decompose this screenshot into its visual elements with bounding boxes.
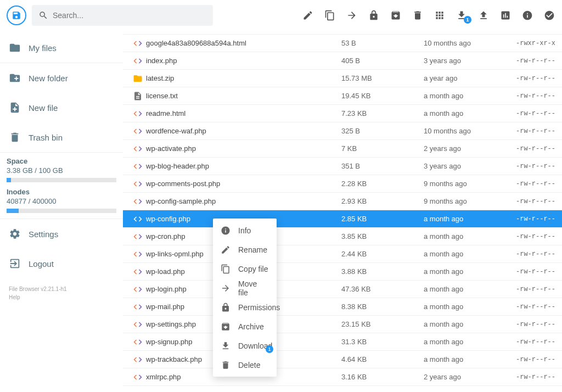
- file-size: 53 B: [341, 39, 424, 47]
- context-menu-lock[interactable]: Permissions: [213, 298, 277, 317]
- context-menu-info[interactable]: Info: [213, 221, 277, 240]
- sidebar-item-my-files[interactable]: My files: [0, 33, 123, 63]
- space-label: Space: [0, 157, 123, 165]
- file-row[interactable]: wp-trackback.php 4.64 KB a month ago -rw…: [123, 351, 562, 368]
- info-button[interactable]: [521, 9, 533, 21]
- move-button[interactable]: [346, 9, 358, 21]
- context-menu-label: Delete: [238, 361, 260, 369]
- stats-button[interactable]: [499, 9, 512, 21]
- text-file-icon: [133, 91, 143, 101]
- sidebar-label: New file: [29, 103, 58, 113]
- rename-button[interactable]: [302, 9, 314, 21]
- context-menu-move[interactable]: Move file: [213, 278, 277, 298]
- sidebar-item-logout[interactable]: Logout: [0, 249, 123, 278]
- view-grid-button[interactable]: [434, 9, 446, 21]
- file-size: 351 B: [341, 162, 424, 170]
- file-row[interactable]: wp-mail.php 8.38 KB a month ago -rw-r--r…: [123, 298, 562, 316]
- code-icon: [133, 179, 143, 189]
- file-row[interactable]: wp-load.php 3.88 KB a month ago -rw-r--r…: [123, 263, 562, 281]
- file-row[interactable]: wp-comments-post.php 2.28 KB 9 months ag…: [123, 175, 562, 193]
- help-link[interactable]: Help: [9, 293, 114, 301]
- file-size: 2.28 KB: [341, 180, 424, 188]
- file-perm: -rw-r--r--: [503, 57, 555, 65]
- file-perm: -rw-r--r--: [503, 373, 555, 381]
- file-row[interactable]: latest.zip 15.73 MB a year ago -rw-r--r-…: [123, 70, 562, 87]
- lock-icon: [368, 10, 379, 21]
- code-icon: [133, 144, 143, 154]
- file-size: 7 KB: [341, 144, 424, 153]
- file-size: 405 B: [341, 57, 424, 65]
- file-row[interactable]: wp-blog-header.php 351 B 3 years ago -rw…: [123, 158, 562, 175]
- code-icon: [133, 302, 143, 312]
- sidebar-label: Logout: [29, 259, 54, 268]
- file-size: 3.85 KB: [341, 232, 424, 240]
- file-size: 325 B: [341, 127, 424, 135]
- code-icon: [133, 56, 143, 66]
- permissions-button[interactable]: [368, 9, 380, 21]
- sidebar-item-new-folder[interactable]: New folder: [0, 63, 123, 93]
- file-date: 10 months ago: [424, 39, 503, 47]
- context-menu-delete[interactable]: Delete: [213, 355, 277, 374]
- sidebar-item-settings[interactable]: Settings: [0, 219, 123, 249]
- search-box[interactable]: [32, 5, 213, 26]
- code-icon: [133, 320, 143, 329]
- info-icon: [221, 226, 231, 236]
- inodes-progress: [7, 209, 116, 213]
- context-menu-rename[interactable]: Rename: [213, 240, 277, 259]
- inodes-label: Inodes: [0, 188, 123, 196]
- archive-icon: [390, 10, 401, 21]
- context-menu: InfoRenameCopy fileMove filePermissionsA…: [213, 219, 277, 377]
- download-button[interactable]: 1: [456, 9, 468, 21]
- copy-button[interactable]: [324, 9, 336, 21]
- file-row[interactable]: wp-signup.php 31.3 KB a month ago -rw-r-…: [123, 333, 562, 351]
- upload-button[interactable]: [477, 9, 490, 21]
- file-row[interactable]: wp-links-opml.php 2.44 KB a month ago -r…: [123, 245, 562, 263]
- context-menu-archive[interactable]: Archive: [213, 317, 277, 336]
- inodes-progress-fill: [7, 209, 19, 213]
- code-icon: [133, 109, 143, 119]
- search-input[interactable]: [53, 11, 206, 20]
- select-button[interactable]: [543, 9, 555, 21]
- file-name: wp-config-sample.php: [146, 197, 341, 205]
- file-row[interactable]: xmlrpc.php 3.16 KB 2 years ago -rw-r--r-…: [123, 368, 562, 386]
- save-icon: [12, 10, 21, 20]
- file-perm: -rw-r--r--: [503, 356, 555, 363]
- context-menu-label: Permissions: [238, 303, 280, 312]
- sidebar-item-trash-bin[interactable]: Trash bin: [0, 122, 123, 152]
- context-menu-label: Copy file: [238, 265, 268, 273]
- archive-button[interactable]: [390, 9, 402, 21]
- code-icon: [133, 355, 143, 365]
- sidebar-item-new-file[interactable]: New file: [0, 93, 123, 122]
- file-size: 2.93 KB: [341, 197, 424, 205]
- file-row[interactable]: wp-settings.php 23.15 KB a month ago -rw…: [123, 316, 562, 333]
- file-row[interactable]: wordfence-waf.php 325 B 10 months ago -r…: [123, 122, 562, 140]
- file-row[interactable]: readme.html 7.23 KB a month ago -rw-r--r…: [123, 105, 562, 122]
- file-row[interactable]: wp-cron.php 3.85 KB a month ago -rw-r--r…: [123, 228, 562, 245]
- partial-row: [123, 31, 562, 35]
- file-date: a month ago: [424, 355, 503, 363]
- context-menu-download[interactable]: Download1: [213, 336, 277, 355]
- app-logo[interactable]: [7, 5, 26, 25]
- new-folder-icon: [9, 72, 21, 84]
- file-perm: -rw-r--r--: [503, 110, 555, 117]
- file-perm: -rw-r--r--: [503, 338, 555, 346]
- file-row[interactable]: wp-activate.php 7 KB 2 years ago -rw-r--…: [123, 140, 562, 158]
- file-row[interactable]: license.txt 19.45 KB a month ago -rw-r--…: [123, 87, 562, 105]
- context-menu-label: Move file: [238, 279, 269, 297]
- file-row[interactable]: index.php 405 B 3 years ago -rw-r--r--: [123, 52, 562, 70]
- file-name: wp-comments-post.php: [146, 180, 341, 188]
- file-row[interactable]: wp-config.php 2.85 KB a month ago -rw-r-…: [123, 210, 562, 228]
- code-icon: [133, 38, 143, 48]
- delete-button[interactable]: [412, 9, 424, 21]
- file-row[interactable]: wp-config-sample.php 2.93 KB 9 months ag…: [123, 193, 562, 210]
- context-menu-copy[interactable]: Copy file: [213, 259, 277, 278]
- file-perm: -rw-r--r--: [503, 92, 555, 100]
- file-date: 9 months ago: [424, 197, 503, 205]
- code-icon: [133, 214, 143, 224]
- trash-icon: [9, 131, 21, 143]
- code-icon: [133, 197, 143, 206]
- file-row[interactable]: wp-login.php 47.36 KB a month ago -rw-r-…: [123, 281, 562, 298]
- file-row[interactable]: google4a83a809688a594a.html 53 B 10 mont…: [123, 35, 562, 52]
- file-date: a month ago: [424, 285, 503, 293]
- file-name: index.php: [146, 57, 341, 65]
